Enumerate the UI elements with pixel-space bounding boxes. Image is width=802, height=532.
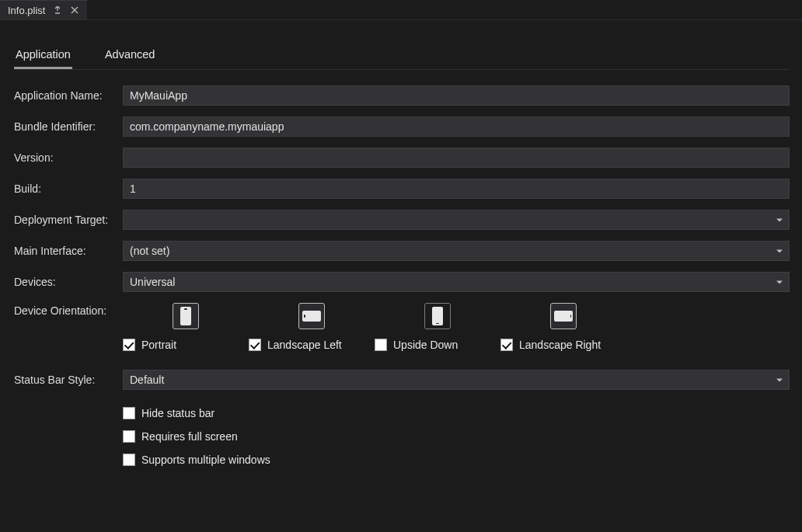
label-main-interface: Main Interface: <box>14 245 123 257</box>
orientation-portrait-checkbox[interactable]: Portrait <box>123 339 176 351</box>
label-version: Version: <box>14 151 123 164</box>
checkbox-supports-multiple-windows[interactable]: Supports multiple windows <box>123 454 790 466</box>
checkbox-icon <box>375 339 387 351</box>
label-orientation: Device Orientation: <box>14 303 123 317</box>
chevron-down-icon <box>776 218 783 221</box>
checkbox-icon <box>123 339 135 351</box>
label-app-name: Application Name: <box>14 89 123 102</box>
checkbox-hide-status-bar[interactable]: Hide status bar <box>123 407 790 419</box>
combo-main-interface-value: (not set) <box>130 245 169 257</box>
application-form: Application Name: Bundle Identifier: Ver… <box>14 85 790 466</box>
orientation-upside-down-checkbox[interactable]: Upside Down <box>375 339 458 351</box>
orientation-landscape-left-checkbox[interactable]: Landscape Left <box>249 339 342 351</box>
document-tab-title: Info.plist <box>8 5 45 16</box>
orientation-landscape-right-checkbox[interactable]: Landscape Right <box>500 339 601 351</box>
checkbox-icon <box>249 339 261 351</box>
orientation-landscape-right-label: Landscape Right <box>519 339 601 351</box>
checkbox-requires-full-screen-label: Requires full screen <box>141 430 238 443</box>
label-bundle-id: Bundle Identifier: <box>14 120 123 133</box>
label-build: Build: <box>14 183 123 195</box>
tab-advanced[interactable]: Advanced <box>103 43 157 69</box>
orientation-portrait-icon[interactable] <box>173 303 199 329</box>
orientation-portrait-label: Portrait <box>141 339 176 351</box>
chevron-down-icon <box>776 249 783 252</box>
label-deployment-target: Deployment Target: <box>14 214 123 226</box>
combo-deployment-target[interactable] <box>123 210 790 230</box>
checkbox-icon <box>123 430 135 443</box>
input-app-name[interactable] <box>123 85 790 106</box>
input-version[interactable] <box>123 148 790 168</box>
checkbox-icon <box>500 339 513 351</box>
status-bar-options: Hide status bar Requires full screen Sup… <box>123 401 790 466</box>
orientation-landscape-right-icon[interactable] <box>550 303 577 329</box>
editor-inner-tabs: Application Advanced <box>14 43 790 70</box>
checkbox-requires-full-screen[interactable]: Requires full screen <box>123 430 790 443</box>
combo-devices-value: Universal <box>130 276 175 288</box>
pin-icon[interactable] <box>53 5 62 15</box>
orientation-landscape-left-icon[interactable] <box>298 303 325 329</box>
chevron-down-icon <box>776 378 783 381</box>
editor-page: Application Advanced Application Name: B… <box>0 20 802 478</box>
orientation-upside-down-icon[interactable] <box>424 303 451 329</box>
input-bundle-id[interactable] <box>123 116 790 137</box>
tab-application[interactable]: Application <box>14 43 72 69</box>
chevron-down-icon <box>776 280 783 283</box>
label-devices: Devices: <box>14 276 123 288</box>
combo-status-bar-style-value: Default <box>130 374 164 386</box>
label-status-bar-style: Status Bar Style: <box>14 374 123 386</box>
close-icon[interactable] <box>70 5 79 15</box>
orientation-group: Portrait Landscape Left <box>123 303 790 351</box>
combo-status-bar-style[interactable]: Default <box>123 370 790 390</box>
orientation-upside-down-label: Upside Down <box>393 339 458 351</box>
checkbox-hide-status-bar-label: Hide status bar <box>141 407 214 419</box>
checkbox-icon <box>123 407 135 419</box>
document-tab-strip: Info.plist <box>0 0 802 20</box>
document-tab-info-plist[interactable]: Info.plist <box>0 0 88 19</box>
combo-main-interface[interactable]: (not set) <box>123 241 790 261</box>
combo-devices[interactable]: Universal <box>123 272 790 292</box>
spacer <box>14 401 123 402</box>
checkbox-icon <box>123 454 135 466</box>
checkbox-supports-multiple-windows-label: Supports multiple windows <box>141 454 270 466</box>
orientation-landscape-left-label: Landscape Left <box>267 339 342 351</box>
input-build[interactable] <box>123 179 790 199</box>
